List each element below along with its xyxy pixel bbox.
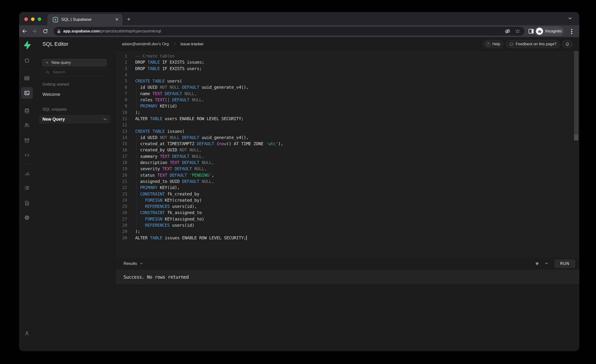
code-text: ); bbox=[135, 109, 140, 116]
tab-search-chevron-icon[interactable] bbox=[568, 17, 572, 20]
line-number: 15 bbox=[116, 141, 127, 147]
sidebar-item-welcome[interactable]: Welcome bbox=[42, 92, 60, 97]
logs-icon[interactable] bbox=[24, 185, 30, 191]
code-line[interactable]: 8 roles TEXT[] DEFAULT NULL, bbox=[116, 97, 579, 103]
account-icon[interactable] bbox=[24, 330, 30, 336]
feedback-button[interactable]: Feedback on this page? bbox=[506, 40, 560, 48]
functions-code-icon[interactable] bbox=[24, 152, 30, 158]
settings-gear-icon[interactable] bbox=[24, 215, 30, 221]
new-tab-button[interactable]: + bbox=[126, 16, 132, 22]
zoom-window-button[interactable] bbox=[38, 17, 41, 21]
incognito-badge[interactable]: Incognito bbox=[535, 26, 564, 36]
snippet-search[interactable] bbox=[42, 68, 107, 76]
code-line[interactable]: 30ALTER TABLE issues ENABLE ROW LEVEL SE… bbox=[116, 235, 579, 241]
code-line[interactable]: 26 CONSTRAINT fk_assigned_to bbox=[116, 209, 579, 216]
home-icon[interactable] bbox=[24, 58, 30, 63]
code-line[interactable]: 13CREATE TABLE issues( bbox=[116, 128, 579, 134]
new-query-button[interactable]: + New query bbox=[42, 59, 107, 67]
browser-tab[interactable]: SQL | Supabase ✕ bbox=[47, 14, 123, 25]
code-text: assigned_to UUID DEFAULT NULL, bbox=[135, 178, 214, 185]
line-number: 24 bbox=[116, 197, 127, 203]
line-number: 16 bbox=[116, 147, 127, 153]
auth-users-icon[interactable] bbox=[24, 122, 30, 128]
sql-editor-nav-active[interactable] bbox=[21, 87, 33, 99]
chevron-down-icon[interactable] bbox=[104, 118, 107, 120]
sidebar-item-new-query-selected[interactable]: New Query bbox=[39, 115, 110, 124]
reports-icon[interactable] bbox=[24, 171, 30, 176]
code-line[interactable]: 3DROP TABLE IF EXISTS users; bbox=[116, 66, 579, 72]
favorite-heart-icon[interactable]: ♥ bbox=[536, 261, 539, 267]
code-line[interactable]: 17 summary TEXT DEFAULT NULL, bbox=[116, 153, 579, 159]
code-line[interactable]: 5CREATE TABLE users( bbox=[116, 78, 579, 84]
notifications-button[interactable] bbox=[562, 40, 573, 48]
url-bar[interactable]: app.supabase.com/project/azahtnhqohyjerz… bbox=[54, 27, 524, 36]
breadcrumb-project[interactable]: issue-tracker bbox=[180, 42, 204, 46]
line-number: 27 bbox=[116, 216, 127, 222]
bookmark-star-icon[interactable]: ☆ bbox=[515, 28, 520, 34]
database-icon[interactable] bbox=[24, 108, 30, 114]
code-line[interactable]: 4 bbox=[116, 72, 579, 78]
run-options-chevron-icon[interactable] bbox=[545, 262, 548, 265]
line-number: 7 bbox=[116, 91, 127, 97]
chat-bubble-icon bbox=[509, 42, 514, 46]
code-line[interactable]: 16 created_by UUID NOT NULL, bbox=[116, 147, 579, 153]
code-line[interactable]: 23 CONSTRAINT fk_created_by bbox=[116, 191, 579, 197]
browser-menu-icon[interactable]: ••• bbox=[570, 28, 574, 34]
forward-button[interactable] bbox=[30, 27, 38, 35]
results-tab[interactable]: Results bbox=[124, 257, 143, 270]
code-line[interactable]: 11ALTER TABLE users ENABLE ROW LEVEL SEC… bbox=[116, 116, 579, 122]
table-editor-icon[interactable] bbox=[24, 75, 30, 81]
bell-icon bbox=[565, 42, 570, 47]
line-number: 28 bbox=[116, 222, 127, 228]
side-panel-icon[interactable] bbox=[528, 28, 534, 34]
indent-guide bbox=[136, 84, 137, 109]
code-line[interactable]: 22 PRIMARY KEY(id), bbox=[116, 185, 579, 191]
code-line[interactable]: 7 name TEXT DEFAULT NULL, bbox=[116, 91, 579, 97]
code-text: REFERENCES users(id) bbox=[135, 222, 194, 228]
tab-title: SQL | Supabase bbox=[61, 17, 91, 22]
storage-icon[interactable] bbox=[24, 138, 30, 143]
results-output: Success. No rows returned bbox=[116, 270, 579, 284]
code-line[interactable]: 2DROP TABLE IF EXISTS issues; bbox=[116, 59, 579, 65]
editor-scrollbar[interactable] bbox=[574, 51, 578, 134]
browser-window: SQL | Supabase ✕ + app.supabase.com/proj… bbox=[19, 12, 579, 351]
section-label-sql-snippets: SQL snippets bbox=[42, 107, 67, 112]
code-line[interactable]: 14 id UUID NOT NULL DEFAULT uuid_generat… bbox=[116, 134, 579, 141]
minimize-window-button[interactable] bbox=[31, 17, 35, 21]
tab-close-icon[interactable]: ✕ bbox=[114, 17, 119, 22]
code-line[interactable]: 28 REFERENCES users(id) bbox=[116, 222, 579, 228]
code-line[interactable]: 29); bbox=[116, 228, 579, 235]
supabase-logo-icon[interactable] bbox=[22, 41, 31, 50]
code-line[interactable]: 27 FOREIGN KEY(assigned_to) bbox=[116, 216, 579, 222]
line-number: 18 bbox=[116, 159, 127, 166]
code-line[interactable]: 25 REFERENCES users(id), bbox=[116, 203, 579, 209]
editor-scrollbar-thumb[interactable] bbox=[574, 134, 578, 141]
search-input[interactable] bbox=[52, 70, 101, 75]
code-line[interactable]: 15 created_at TIMESTAMPTZ DEFAULT (now()… bbox=[116, 141, 579, 147]
eye-slash-icon[interactable] bbox=[505, 28, 511, 34]
code-text: summary TEXT DEFAULT NULL, bbox=[135, 153, 204, 159]
code-line[interactable]: 20 status TEXT DEFAULT 'PENDING', bbox=[116, 172, 579, 178]
sql-code-editor[interactable]: 1-- Create tables2DROP TABLE IF EXISTS i… bbox=[116, 51, 579, 257]
run-button[interactable]: RUN bbox=[554, 259, 575, 268]
code-text: id UUID NOT NULL DEFAULT uuid_generate_v… bbox=[135, 84, 249, 90]
code-line[interactable]: 18 description TEXT DEFAULT NULL, bbox=[116, 159, 579, 166]
back-button[interactable] bbox=[21, 27, 29, 35]
code-line[interactable]: 21 assigned_to UUID DEFAULT NULL, bbox=[116, 178, 579, 185]
code-line[interactable]: 24 FOREIGN KEY(created_by) bbox=[116, 197, 579, 203]
help-button[interactable]: ? Help bbox=[482, 40, 504, 48]
code-line[interactable]: 1-- Create tables bbox=[116, 53, 579, 59]
line-number: 9 bbox=[116, 103, 127, 109]
reload-button[interactable] bbox=[41, 27, 49, 35]
line-number: 22 bbox=[116, 185, 127, 191]
code-line[interactable]: 19 severity TEXT DEFAULT NULL, bbox=[116, 166, 579, 172]
section-label-getting-started: Getting started bbox=[42, 82, 69, 87]
code-line[interactable]: 12 bbox=[116, 122, 579, 128]
code-line[interactable]: 10); bbox=[116, 109, 579, 116]
close-window-button[interactable] bbox=[24, 17, 28, 21]
code-line[interactable]: 9 PRIMARY KEY(id) bbox=[116, 103, 579, 109]
breadcrumb-org[interactable]: adam@windmill.dev's Org bbox=[122, 42, 169, 46]
docs-icon[interactable] bbox=[24, 200, 30, 206]
code-line[interactable]: 6 id UUID NOT NULL DEFAULT uuid_generate… bbox=[116, 84, 579, 90]
line-number: 21 bbox=[116, 178, 127, 185]
